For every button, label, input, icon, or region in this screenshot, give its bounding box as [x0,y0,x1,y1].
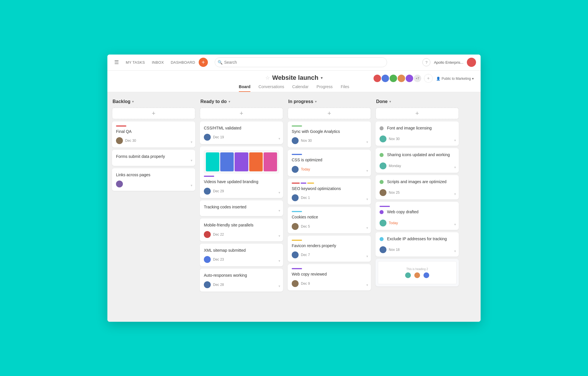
card-chevron-icon[interactable]: ▾ [454,165,456,169]
card-chevron-icon[interactable]: ▾ [191,183,192,187]
card-accent [292,154,302,155]
doc-preview-avatars [405,272,429,278]
project-chevron-icon[interactable]: ▾ [321,75,323,80]
card-meta: Dec 28 [204,281,279,288]
card-tracking-codes: Tracking codes inserted ▾ [200,200,283,216]
card-date: Dec 19 [213,135,224,139]
card-chevron-icon[interactable]: ▾ [278,259,280,263]
card-dot [380,210,384,214]
card-chevron-icon[interactable]: ▾ [454,222,456,226]
card-chevron-icon[interactable]: ▾ [191,140,192,144]
project-visibility[interactable]: 👤 Public to Marketing ▾ [436,77,474,81]
column-done: Done ▾ + Font and image licensing Nov 30… [376,98,459,316]
done-title: Done [376,99,388,104]
tab-progress[interactable]: Progress [317,84,333,92]
nav-links: MY TASKS INBOX DASHBOARD [126,60,195,65]
ready-chevron-icon[interactable]: ▾ [229,100,230,104]
card-date: Nov 30 [301,139,312,143]
card-avatar [204,256,211,263]
card-meta: Dec 9 [292,280,367,287]
card-chevron-icon[interactable]: ▾ [366,197,368,201]
hamburger-icon[interactable]: ☰ [112,58,121,67]
tab-calendar[interactable]: Calendar [292,84,309,92]
card-chevron-icon[interactable]: ▾ [366,169,368,173]
card-meta: Today [292,166,367,173]
my-tasks-link[interactable]: MY TASKS [126,60,145,65]
member-avatar-1 [373,74,382,83]
card-chevron-icon[interactable]: ▾ [278,284,280,288]
add-card-done[interactable]: + [376,108,459,119]
dashboard-link[interactable]: DASHBOARD [171,60,195,65]
card-sharing-icons: Sharing icons updated and working Monday… [376,148,459,173]
bar-blue [220,152,234,171]
add-member-button[interactable]: + [424,74,433,83]
card-chevron-icon[interactable]: ▾ [454,192,456,196]
card-accent [292,268,302,269]
star-icon[interactable]: ☆ [265,75,270,81]
card-chevron-icon[interactable]: ▾ [278,191,280,195]
card-date: Dec 23 [213,257,224,261]
done-chevron-icon[interactable]: ▾ [389,100,391,104]
add-card-inprogress[interactable]: + [288,108,371,119]
tab-files[interactable]: Files [341,84,349,92]
add-card-backlog[interactable]: + [112,108,195,119]
add-card-ready[interactable]: + [200,108,283,119]
backlog-chevron-icon[interactable]: ▾ [132,100,134,104]
card-date: Nov 30 [389,137,400,141]
column-ready: Ready to do ▾ + CSS/HTML validated Dec 1… [200,98,283,316]
ready-title: Ready to do [200,99,227,104]
card-final-qa: Final QA Dec 30 ▾ [112,121,195,148]
tab-board[interactable]: Board [239,84,250,92]
column-header-done: Done ▾ [376,98,459,105]
card-date: Dec 5 [301,224,310,228]
card-chevron-icon[interactable]: ▾ [278,137,280,141]
card-chevron-icon[interactable]: ▾ [366,140,368,144]
card-dot [380,153,384,157]
card-chevron-icon[interactable]: ▾ [191,158,192,162]
card-avatar [292,194,299,201]
card-meta: Nov 30 [380,135,455,142]
card-avatar [204,188,211,195]
card-favicon: Favicon renders properly Dec 7 ▾ [288,236,371,262]
card-meta [116,181,191,187]
member-avatar-4 [397,74,406,83]
card-accent [204,176,214,177]
tab-conversations[interactable]: Conversations [258,84,284,92]
user-avatar[interactable] [467,58,476,67]
help-button[interactable]: ? [422,58,430,66]
card-meta: Nov 30 [292,137,367,144]
card-title: Web copy drafted [387,209,418,215]
add-button[interactable]: + [199,58,208,67]
card-date: Today [301,167,310,171]
column-header-backlog: Backlog ▾ [112,98,195,105]
column-header-inprogress: In progress ▾ [288,98,371,105]
doc-avatar-2 [414,272,420,278]
visibility-icon: 👤 [436,77,440,81]
card-chevron-icon[interactable]: ▾ [366,283,368,287]
card-chevron-icon[interactable]: ▾ [278,234,280,238]
card-avatar [292,251,299,258]
card-links-pages: Links across pages ▾ [112,168,195,191]
bar-teal [206,152,219,171]
card-meta: Dec 23 [204,256,279,263]
search-input[interactable] [215,57,387,67]
project-title-row: ☆ Website launch ▾ +7 + 👤 Public to Mark… [107,74,481,82]
card-accent [380,206,390,207]
card-avatar [204,231,211,238]
card-sync-analytics: Sync with Google Analytics Nov 30 ▾ [288,121,371,148]
card-chevron-icon[interactable]: ▾ [278,209,280,213]
project-header: ☆ Website launch ▾ +7 + 👤 Public to Mark… [107,71,481,92]
card-meta: Dec 7 [292,251,367,258]
card-title: CSS is optimized [292,157,367,163]
card-title: Sync with Google Analytics [292,129,367,135]
card-chevron-icon[interactable]: ▾ [366,226,368,230]
card-title: Sharing icons updated and working [387,152,450,158]
inbox-link[interactable]: INBOX [152,60,164,65]
card-chevron-icon[interactable]: ▾ [454,249,456,253]
card-avatar [292,223,299,230]
inprogress-chevron-icon[interactable]: ▾ [315,100,317,104]
member-count[interactable]: +7 [413,74,422,83]
card-chevron-icon[interactable]: ▾ [366,254,368,258]
card-chevron-icon[interactable]: ▾ [454,138,456,142]
card-avatar [380,246,386,253]
